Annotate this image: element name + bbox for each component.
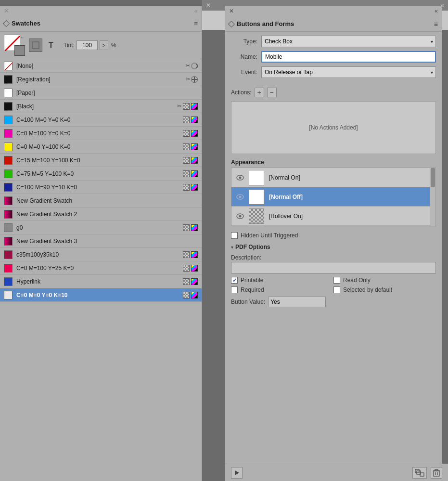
type-select-wrapper: Check Box Button Combo Box List Box Radi… (261, 36, 436, 47)
actions-row: Actions: + − (225, 86, 442, 99)
selected-by-default-checkbox[interactable] (333, 286, 340, 293)
stroke-color-box[interactable] (14, 45, 25, 56)
actions-label: Actions: (231, 89, 252, 96)
pdf-options-header[interactable]: ▾ PDF Options (225, 241, 442, 253)
swatch-color-green (4, 169, 13, 178)
swatch-item-cyan[interactable]: C=100 M=0 Y=0 K=0 (0, 113, 202, 127)
swatch-color-paper (4, 89, 13, 97)
readonly-checkbox[interactable] (333, 277, 340, 284)
swatch-color-yellow (4, 143, 13, 151)
swatch-icons-none: ✂ (186, 63, 198, 69)
swatch-name-cyan: C=100 M=0 Y=0 K=0 (16, 117, 182, 123)
event-select[interactable]: On Release or Tap On Click On Focus On B… (261, 66, 436, 78)
remove-action-button[interactable]: − (267, 88, 277, 97)
text-icon[interactable]: T (44, 39, 58, 52)
swatch-color-grad1 (4, 196, 13, 205)
swatch-name-hyperlink: Hyperlink (16, 278, 182, 285)
swatches-title: Swatches (12, 20, 40, 27)
swatch-item-magenta[interactable]: C=0 M=100 Y=0 K=0 (0, 127, 202, 140)
button-value-input[interactable] (268, 297, 326, 307)
type-select[interactable]: Check Box Button Combo Box List Box Radi… (261, 36, 436, 47)
bf-close-icon[interactable]: ✕ (229, 8, 234, 14)
swatch-item-grad1[interactable]: New Gradient Swatch (0, 194, 202, 208)
swatches-menu-icon[interactable]: ≡ (194, 20, 198, 27)
label-normal-off: [Normal Off] (269, 194, 303, 200)
swatch-color-registration (4, 75, 13, 84)
appearance-item-rollover-on[interactable]: [Rollover On] (231, 207, 435, 226)
no-actions-text: [No Actions Added] (309, 124, 358, 131)
svg-marker-9 (235, 470, 239, 475)
tint-input[interactable] (77, 40, 98, 50)
swatch-item-k10[interactable]: C=0 M=0 Y=0 K=10 (0, 288, 202, 302)
swatch-color-grad2 (4, 210, 13, 219)
swatches-toolbar: ↔ T Tint: > % (0, 32, 202, 59)
swatches-panel: ✕ « Swatches ≡ ↔ T Tint: (0, 6, 202, 481)
printable-label: Printable (241, 277, 263, 284)
tint-percent: % (111, 42, 116, 49)
svg-point-4 (239, 176, 242, 179)
swatch-name-pink: C=0 M=100 Y=25 K=0 (16, 265, 182, 272)
event-row: Event: On Release or Tap On Click On Foc… (231, 66, 436, 78)
swatch-item-pink[interactable]: C=0 M=100 Y=25 K=0 (0, 261, 202, 275)
printable-readonly-row: Printable Read Only (225, 275, 442, 285)
buttons-forms-panel: ✕ « Buttons and Forms ≡ Type: Check Box … (225, 6, 442, 481)
swatch-item-registration[interactable]: [Registration] ✂ (0, 73, 202, 86)
swatch-item-yellow[interactable]: C=0 M=0 Y=100 K=0 (0, 140, 202, 154)
swatch-item-paper[interactable]: [Paper] (0, 86, 202, 100)
appearance-scrollbar[interactable] (430, 168, 435, 226)
swatch-item-grad3[interactable]: New Gradient Swatch 3 (0, 234, 202, 248)
swatch-name-magenta: C=0 M=100 Y=0 K=0 (16, 130, 182, 137)
swatch-color-pink (4, 264, 13, 273)
swatch-item-red[interactable]: C=15 M=100 Y=100 K=0 (0, 154, 202, 167)
swatch-color-red (4, 156, 13, 165)
bf-close-bar: ✕ « (225, 6, 442, 16)
swatch-color-hyperlink (4, 277, 13, 286)
swatch-color-c35 (4, 250, 13, 259)
preview-button[interactable] (231, 467, 243, 479)
description-input[interactable] (231, 262, 436, 273)
swatch-item-black[interactable]: [Black] ✂ (0, 100, 202, 113)
thumb-normal-off (249, 189, 264, 205)
svg-rect-1 (32, 42, 39, 49)
bf-menu-icon[interactable]: ≡ (434, 20, 438, 28)
swatch-color-cyan (4, 116, 13, 124)
swap-colors-icon[interactable]: ↔ (19, 35, 25, 40)
fill-icon[interactable] (29, 39, 42, 52)
swatch-item-darkblue[interactable]: C=100 M=90 Y=10 K=0 (0, 181, 202, 194)
tint-arrow[interactable]: > (100, 40, 108, 50)
swatch-name-k10: C=0 M=0 Y=0 K=10 (16, 292, 182, 299)
swatch-name-black: [Black] (16, 103, 177, 110)
appearance-item-normal-on[interactable]: [Normal On] (231, 168, 435, 187)
eye-icon-normal-on (235, 173, 245, 182)
description-row: Description: (225, 253, 442, 275)
eye-icon-rollover-on (235, 211, 245, 221)
hidden-until-triggered-checkbox[interactable] (231, 232, 238, 239)
swatch-name-grad1: New Gradient Swatch (16, 197, 198, 204)
bf-collapse-icon[interactable]: « (435, 8, 438, 14)
thumb-rollover-on (249, 208, 264, 224)
required-checkbox[interactable] (231, 286, 238, 293)
add-action-button[interactable]: + (255, 88, 264, 97)
swatch-item-grad2[interactable]: New Gradient Swatch 2 (0, 208, 202, 221)
swatches-close-icon[interactable]: ✕ (4, 7, 9, 14)
bf-diamond-icon (228, 20, 235, 27)
swatch-item-green[interactable]: C=75 M=5 Y=100 K=0 (0, 167, 202, 181)
delete-button[interactable] (431, 467, 442, 479)
type-row: Type: Check Box Button Combo Box List Bo… (231, 36, 436, 47)
swatch-item-hyperlink[interactable]: Hyperlink (0, 275, 202, 288)
event-label: Event: (231, 69, 257, 76)
swatch-item-g0[interactable]: g0 (0, 221, 202, 234)
name-label: Name: (231, 53, 257, 60)
no-actions-box: [No Actions Added] (231, 101, 436, 154)
name-input[interactable] (261, 51, 436, 63)
swatch-item-none[interactable]: [None] ✂ (0, 59, 202, 73)
printable-checkbox[interactable] (231, 277, 238, 284)
swatch-item-c35[interactable]: c35m100y35k10 (0, 248, 202, 261)
canvas-close-icon[interactable]: ✕ (206, 2, 211, 9)
swatches-collapse-icon[interactable]: « (194, 7, 198, 14)
button-value-label: Button Value: (231, 299, 265, 305)
swatch-color-grad3 (4, 237, 13, 246)
convert-button[interactable] (412, 467, 427, 479)
swatch-name-c35: c35m100y35k10 (16, 251, 182, 258)
appearance-item-normal-off[interactable]: [Normal Off] (231, 187, 435, 207)
